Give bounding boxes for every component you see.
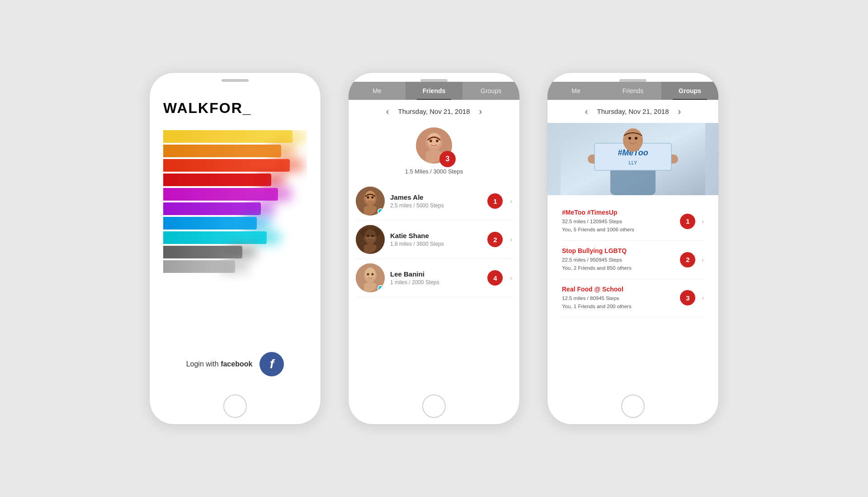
next-date-button-3[interactable]: › (678, 106, 681, 117)
group-name-1: #MeToo #TimesUp (562, 209, 675, 216)
prev-date-button-3[interactable]: ‹ (585, 106, 588, 117)
friend-online-dot-1 (377, 208, 384, 215)
phone-login: WALKFOR_ Login with facebook (149, 72, 321, 425)
friend-stats-2: 1.8 miles / 3600 Steps (390, 241, 482, 247)
date-navigation: ‹ Thursday, Nov 21, 2018 › (349, 100, 519, 123)
friend-avatar-1 (356, 187, 385, 216)
facebook-login-button[interactable]: f (259, 352, 284, 376)
svg-point-2 (428, 133, 440, 147)
friend-stats-3: 1 miles / 2000 Steps (390, 279, 482, 286)
svg-point-3 (429, 140, 432, 142)
group-item-3[interactable]: Real Food @ School 12.5 miles / 80945 St… (562, 279, 704, 318)
friend-item-2[interactable]: Katie Shane 1.8 miles / 3600 Steps 2 › (356, 220, 512, 259)
friend-item-3[interactable]: Lee Banini 1 miles / 2000 Steps 4 › (356, 259, 512, 297)
svg-point-20 (372, 273, 374, 276)
friend-avatar-2 (356, 225, 385, 254)
group-rank-1: 1 (680, 214, 695, 229)
bar-orange (163, 145, 281, 157)
bar-red-light (163, 159, 290, 172)
logo-bold: FOR_ (209, 100, 251, 116)
bar-red (163, 173, 271, 186)
tab-friends[interactable]: Friends (406, 82, 462, 100)
phone1-inner: WALKFOR_ Login with facebook (150, 82, 321, 390)
friend-stats-1: 2.5 miles / 5000 Steps (390, 202, 482, 209)
login-label-normal: Login with (186, 360, 221, 368)
group-chevron-1: › (702, 218, 704, 225)
tab-bar-friends: Me Friends Groups (349, 82, 519, 100)
group-item-2[interactable]: Stop Bullying LGBTQ 22.5 miles / 950945 … (562, 241, 704, 279)
phone3-content: Me Friends Groups ‹ Thursday, Nov 21, 20… (547, 82, 718, 390)
phone-groups: Me Friends Groups ‹ Thursday, Nov 21, 20… (547, 72, 719, 425)
group-miles-3: 12.5 miles / 80945 Steps (562, 294, 675, 302)
phone1-content: WALKFOR_ Login with facebook (150, 82, 321, 390)
tab-me-3[interactable]: Me (547, 82, 604, 100)
app-logo: WALKFOR_ (163, 100, 307, 117)
friend-avatar-3 (356, 263, 385, 292)
prev-date-button[interactable]: ‹ (386, 106, 389, 117)
friend-item-1[interactable]: James Ale 2.5 miles / 5000 Steps 1 › (356, 182, 512, 220)
bar-cyan (163, 231, 267, 244)
tab-groups-3-label: Groups (679, 87, 701, 94)
top-user-rank: 3 (439, 151, 456, 167)
group-name-2: Stop Bullying LGBTQ (562, 247, 675, 254)
bar-blue (163, 217, 257, 230)
phone2-main: ‹ Thursday, Nov 21, 2018 › (349, 100, 519, 390)
svg-point-8 (367, 197, 369, 199)
tab-groups-label: Groups (481, 87, 501, 94)
group-miles-2: 22.5 miles / 950945 Steps (562, 256, 675, 264)
group-item-1[interactable]: #MeToo #TimesUp 32.5 miles / 120945 Step… (562, 202, 704, 241)
tab-me-label: Me (373, 87, 381, 94)
svg-point-18 (365, 267, 375, 279)
phone-friends: Me Friends Groups ‹ Thursday, Nov 21, 20… (348, 72, 520, 425)
friend-name-2: Katie Shane (390, 232, 482, 239)
group-rank-2: 2 (680, 252, 695, 267)
phone-home-button[interactable] (223, 394, 247, 418)
group-chevron-2: › (702, 256, 704, 263)
chevron-icon-3: › (510, 274, 512, 281)
top-user-avatar-container: 3 (416, 127, 452, 164)
date-navigation-3: ‹ Thursday, Nov 21, 2018 › (547, 100, 718, 123)
top-user-stats: 1.5 Miles / 3000 Steps (405, 168, 463, 175)
phone3-main: ‹ Thursday, Nov 21, 2018 › (547, 100, 718, 390)
bar-purple (163, 202, 261, 215)
svg-rect-15 (360, 229, 380, 237)
friend-online-dot-3 (377, 285, 384, 291)
svg-point-9 (372, 197, 374, 199)
friend-info-3: Lee Banini 1 miles / 2000 Steps (390, 270, 482, 286)
friend-name-3: Lee Banini (390, 270, 482, 278)
tab-friends-3[interactable]: Friends (604, 82, 661, 100)
svg-text:LLY: LLY (629, 160, 637, 165)
friends-list: James Ale 2.5 miles / 5000 Steps 1 › (349, 182, 519, 390)
bar-yellow (163, 130, 292, 143)
friend-rank-1: 1 (487, 193, 503, 209)
svg-point-29 (623, 128, 643, 152)
group-members-3: You, 1 Friends and 200 others (562, 302, 675, 310)
tab-groups-3[interactable]: Groups (661, 82, 718, 100)
next-date-button[interactable]: › (479, 106, 482, 117)
friend-name-1: James Ale (390, 193, 482, 201)
friend-info-2: Katie Shane 1.8 miles / 3600 Steps (390, 232, 482, 247)
current-date: Thursday, Nov 21, 2018 (398, 108, 470, 115)
friend-info-1: James Ale 2.5 miles / 5000 Steps (390, 193, 482, 209)
tab-groups[interactable]: Groups (462, 82, 519, 100)
phone2-content: Me Friends Groups ‹ Thursday, Nov 21, 20… (349, 82, 519, 390)
group-members-2: You, 2 Friends and 850 others (562, 264, 675, 272)
bar-gray-dark (163, 246, 242, 258)
svg-point-7 (365, 191, 375, 202)
svg-point-19 (367, 273, 369, 276)
group-hero-image: #MeToo LLY (547, 123, 718, 195)
color-bars (163, 130, 307, 334)
hero-overlay: #MeToo LLY (547, 123, 718, 195)
bar-magenta (163, 188, 278, 201)
group-info-3: Real Food @ School 12.5 miles / 80945 St… (562, 286, 675, 311)
top-user-section: 3 1.5 Miles / 3000 Steps (349, 123, 519, 182)
group-chevron-3: › (702, 294, 704, 301)
phone-home-button-3[interactable] (621, 394, 645, 418)
login-label-bold: facebook (221, 360, 252, 368)
login-section: Login with facebook f (163, 347, 307, 381)
phones-container: WALKFOR_ Login with facebook (0, 45, 868, 452)
group-name-3: Real Food @ School (562, 286, 675, 293)
phone-home-button-2[interactable] (422, 394, 446, 418)
group-miles-1: 32.5 miles / 120945 Steps (562, 217, 675, 225)
tab-me[interactable]: Me (349, 82, 406, 100)
